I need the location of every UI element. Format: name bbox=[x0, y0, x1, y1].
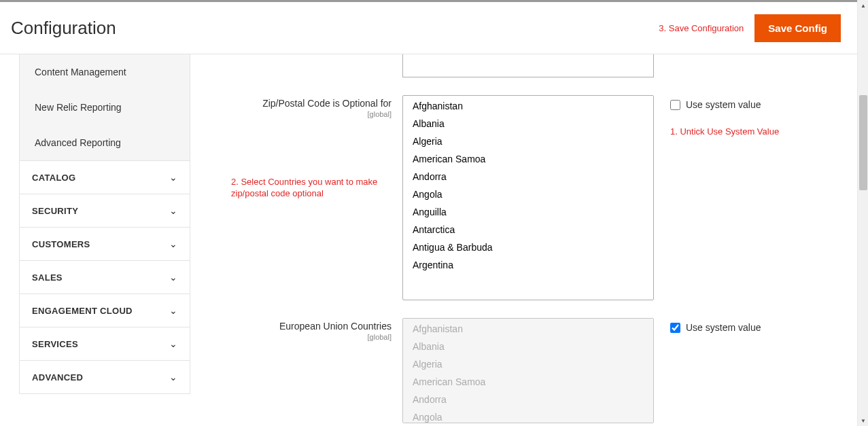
allow-countries-multiselect[interactable]: BelarusBelgium bbox=[403, 54, 653, 77]
sidebar-section-label: SECURITY bbox=[32, 206, 169, 216]
field-label: Zip/Postal Code is Optional for bbox=[262, 98, 392, 109]
field-check-col: Use system value 1. Untick Use System Va… bbox=[654, 95, 803, 138]
field-check-col: Use system value bbox=[654, 318, 803, 333]
window-scrollbar[interactable]: ▲ ▼ bbox=[857, 0, 868, 426]
field-scope: [global] bbox=[231, 110, 392, 118]
use-system-value-zip[interactable]: Use system value bbox=[670, 99, 803, 110]
sidebar-subsection: Content Management New Relic Reporting A… bbox=[19, 54, 190, 161]
chevron-down-icon: ⌄ bbox=[169, 238, 177, 249]
use-system-value-checkbox[interactable] bbox=[670, 100, 680, 110]
scrollbar-thumb[interactable] bbox=[859, 95, 867, 190]
chevron-down-icon: ⌄ bbox=[169, 372, 177, 383]
sidebar-section-sales[interactable]: SALES ⌄ bbox=[19, 261, 190, 294]
field-scope: [global] bbox=[231, 333, 392, 341]
sidebar-section-advanced[interactable]: ADVANCED ⌄ bbox=[19, 361, 190, 394]
scroll-up-icon[interactable]: ▲ bbox=[858, 0, 868, 11]
sidebar-item-content-management[interactable]: Content Management bbox=[20, 54, 190, 90]
eu-countries-multiselect: AfghanistanAlbaniaAlgeriaAmerican SamoaA… bbox=[402, 318, 654, 423]
field-control-col: AfghanistanAlbaniaAlgeriaAmerican SamoaA… bbox=[402, 318, 654, 423]
use-system-value-label: Use system value bbox=[686, 99, 761, 110]
chevron-down-icon: ⌄ bbox=[169, 172, 177, 183]
use-system-value-eu[interactable]: Use system value bbox=[670, 322, 803, 333]
field-eu-countries: European Union Countries [global] Afghan… bbox=[231, 318, 845, 423]
sidebar-section-security[interactable]: SECURITY ⌄ bbox=[19, 194, 190, 228]
sidebar-section-customers[interactable]: CUSTOMERS ⌄ bbox=[19, 228, 190, 261]
chevron-down-icon: ⌄ bbox=[169, 305, 177, 316]
chevron-down-icon: ⌄ bbox=[169, 205, 177, 216]
scroll-down-icon[interactable]: ▼ bbox=[858, 415, 868, 426]
page-header: Configuration 3. Save Configuration Save… bbox=[0, 0, 857, 54]
sidebar-section-label: ADVANCED bbox=[32, 372, 169, 383]
sidebar-section-label: ENGAGEMENT CLOUD bbox=[32, 306, 169, 316]
use-system-value-checkbox[interactable] bbox=[670, 323, 680, 333]
sidebar-item-new-relic[interactable]: New Relic Reporting bbox=[20, 90, 190, 125]
use-system-value-label: Use system value bbox=[686, 322, 761, 333]
field-label: European Union Countries bbox=[279, 321, 392, 332]
chevron-down-icon: ⌄ bbox=[169, 338, 177, 349]
page-title: Configuration bbox=[11, 18, 116, 39]
sidebar-section-label: SALES bbox=[32, 272, 169, 283]
chevron-down-icon: ⌄ bbox=[169, 272, 177, 283]
sidebar-section-catalog[interactable]: CATALOG ⌄ bbox=[19, 161, 190, 194]
field-label-col: Zip/Postal Code is Optional for [global] bbox=[231, 95, 402, 118]
page-body: Content Management New Relic Reporting A… bbox=[0, 54, 857, 426]
sidebar-section-services[interactable]: SERVICES ⌄ bbox=[19, 327, 190, 361]
annotation-step3: 3. Save Configuration bbox=[659, 23, 744, 33]
save-config-button[interactable]: Save Config bbox=[754, 14, 841, 42]
zip-optional-multiselect[interactable]: AfghanistanAlbaniaAlgeriaAmerican SamoaA… bbox=[402, 95, 654, 300]
field-label-col: European Union Countries [global] bbox=[231, 318, 402, 341]
annotation-step1: 1. Untick Use System Value bbox=[670, 126, 803, 138]
sidebar-section-label: CATALOG bbox=[32, 173, 169, 183]
sidebar-section-label: SERVICES bbox=[32, 339, 169, 349]
annotation-step2: 2. Select Countries you want to make zip… bbox=[231, 177, 401, 200]
sidebar-section-engagement-cloud[interactable]: ENGAGEMENT CLOUD ⌄ bbox=[19, 294, 190, 327]
allow-countries-multiselect-cut[interactable]: BelarusBelgium bbox=[402, 54, 654, 77]
config-sidebar: Content Management New Relic Reporting A… bbox=[0, 54, 190, 426]
field-control-col: AfghanistanAlbaniaAlgeriaAmerican SamoaA… bbox=[402, 95, 654, 300]
sidebar-item-advanced-reporting[interactable]: Advanced Reporting bbox=[20, 125, 190, 160]
config-content: BelarusBelgium Zip/Postal Code is Option… bbox=[190, 54, 857, 426]
sidebar-section-label: CUSTOMERS bbox=[32, 239, 169, 249]
